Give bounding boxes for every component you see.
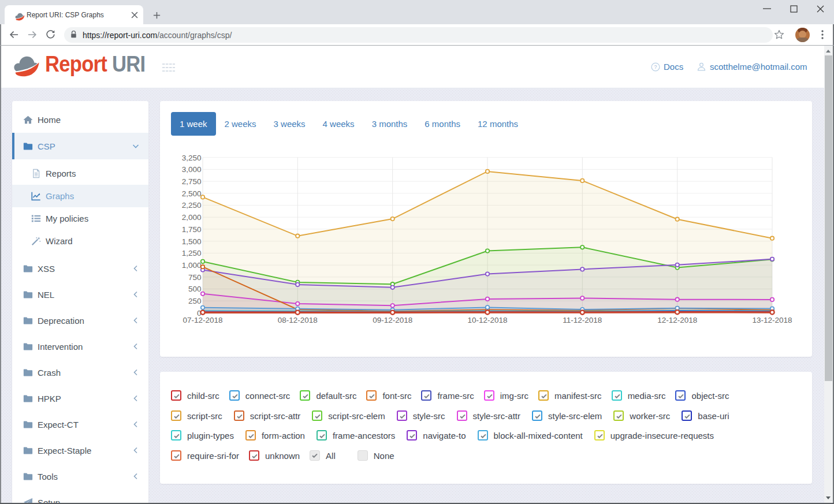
svg-text:2,750: 2,750: [182, 177, 202, 186]
svg-text:1,750: 1,750: [182, 225, 202, 234]
svg-text:250: 250: [188, 297, 202, 305]
svg-text:750: 750: [188, 273, 202, 282]
svg-text:12-12-2018: 12-12-2018: [657, 316, 697, 324]
svg-text:?: ?: [654, 64, 657, 70]
svg-text:3,250: 3,250: [182, 154, 202, 162]
svg-text:2,250: 2,250: [182, 201, 202, 210]
svg-text:2,000: 2,000: [182, 213, 202, 222]
svg-text:500: 500: [188, 285, 202, 293]
svg-text:13-12-2018: 13-12-2018: [752, 316, 792, 324]
svg-text:2,500: 2,500: [182, 189, 202, 198]
svg-text:1,500: 1,500: [182, 237, 202, 246]
svg-text:07-12-2018: 07-12-2018: [183, 316, 222, 324]
svg-text:11-12-2018: 11-12-2018: [563, 316, 602, 324]
svg-text:3,000: 3,000: [182, 165, 202, 174]
svg-text:09-12-2018: 09-12-2018: [373, 316, 412, 324]
svg-text:10-12-2018: 10-12-2018: [467, 316, 507, 324]
svg-text:1,000: 1,000: [182, 261, 202, 270]
svg-text:1,250: 1,250: [182, 249, 202, 257]
svg-text:08-12-2018: 08-12-2018: [278, 316, 318, 324]
